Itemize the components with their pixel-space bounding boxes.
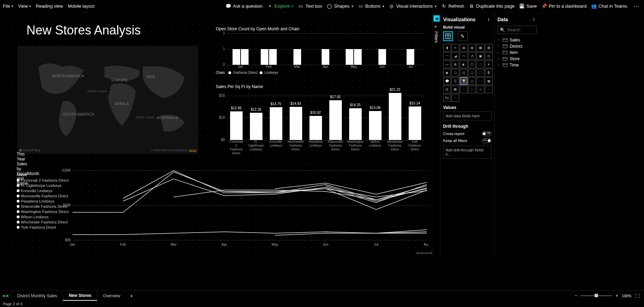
bar[interactable] [322, 49, 329, 65]
open-store-count-chart[interactable]: Open Store Count by Open Month and Chain… [216, 26, 425, 74]
legend-item[interactable]: Ft. Oglethorpe Lindseys [17, 183, 69, 188]
viz-type-button[interactable]: ▦ [477, 44, 484, 52]
bar[interactable] [250, 113, 262, 140]
data-table-node[interactable]: 〉District [497, 43, 537, 49]
page-tab-district[interactable]: District Monthly Sales [11, 291, 63, 301]
bar[interactable] [354, 49, 362, 65]
bar[interactable] [349, 108, 362, 140]
search-input[interactable] [507, 27, 535, 32]
mobile-layout-button[interactable]: Mobile layout [68, 3, 95, 9]
viz-type-button[interactable]: Py [443, 94, 451, 102]
viz-type-button[interactable]: ◉ [443, 69, 451, 77]
viz-type-button[interactable]: ⬚ [468, 86, 476, 93]
collapse-data-pane-button[interactable]: 〉 [533, 17, 537, 22]
shapes-menu[interactable]: ◯Shapes▾ [327, 3, 353, 9]
bar[interactable] [270, 107, 282, 140]
bar[interactable] [269, 49, 277, 65]
duplicate-page-button[interactable]: ⧉Duplicate this page [469, 3, 515, 9]
zoom-out-button[interactable]: − [575, 293, 578, 298]
legend-item[interactable]: Lindseys [265, 71, 278, 74]
bar[interactable] [409, 107, 421, 140]
text-box-button[interactable]: ▭Text box [298, 3, 322, 9]
legend-item[interactable]: York Fashions Direct [17, 225, 69, 229]
buttons-menu[interactable]: ▭Buttons▾ [358, 3, 384, 9]
expand-filters-button[interactable]: ◀ [433, 15, 440, 22]
zoom-in-button[interactable]: + [615, 293, 618, 298]
bar[interactable] [309, 116, 322, 140]
bar[interactable] [346, 49, 353, 65]
bar[interactable] [261, 49, 268, 65]
data-table-node[interactable]: 〉Item [497, 49, 537, 56]
viz-type-button[interactable]: 💬 [443, 77, 451, 85]
bar[interactable] [241, 49, 249, 65]
bar[interactable] [293, 49, 301, 65]
build-visual-tab[interactable] [443, 31, 453, 41]
filters-label[interactable]: Filters [434, 31, 439, 43]
terms-link[interactable]: Terms [189, 149, 196, 152]
viz-type-button[interactable]: 〜 [460, 52, 468, 60]
legend-item[interactable]: Sharonville Fashions Direct [17, 204, 69, 208]
explore-menu[interactable]: ✦Explore▾ [267, 3, 293, 9]
fit-to-page-button[interactable] [635, 294, 640, 298]
format-visual-tab[interactable]: ✎ [458, 31, 468, 41]
more-options-button[interactable]: ⋯ [632, 3, 641, 9]
next-page-button[interactable]: ▶ [6, 293, 9, 298]
viz-type-button[interactable]: ▮ [443, 44, 451, 52]
line-series[interactable] [72, 172, 427, 212]
viz-type-button[interactable]: ⬡ [451, 69, 459, 77]
viz-type-button[interactable]: ≣ [485, 69, 493, 77]
line-series[interactable] [224, 189, 427, 210]
viz-type-button[interactable]: ◯ [468, 61, 476, 68]
collapse-viz-pane-button[interactable]: 〉 [488, 17, 492, 22]
line-series[interactable] [72, 232, 427, 235]
legend-item[interactable]: Monroeville Fashions Direct [17, 194, 69, 198]
page-tab-overview[interactable]: Overview [97, 291, 126, 301]
legend-item[interactable]: Fashions Direct [233, 71, 257, 74]
cross-report-toggle[interactable]: Off [482, 131, 492, 136]
viz-type-button[interactable]: ⬚ [477, 69, 484, 77]
viz-type-button[interactable]: ◷ [485, 52, 493, 60]
viz-type-button[interactable]: ◩ [451, 86, 459, 93]
zoom-slider[interactable] [581, 295, 612, 296]
legend-item[interactable]: Winchester Fashions Direct [17, 220, 69, 224]
viz-type-button[interactable]: 🏆 [460, 77, 468, 85]
viz-type-button[interactable]: ⋀ [468, 52, 476, 60]
refresh-button[interactable]: ↻Refresh [441, 3, 464, 9]
prev-page-button[interactable]: ◀ [2, 293, 5, 298]
report-canvas[interactable]: New Stores Analysis NORTH AMERICA EUROPE… [0, 13, 439, 256]
page-tab-new-stores[interactable]: New Stores [63, 291, 97, 301]
visual-interactions-menu[interactable]: ◎Visual interactions▾ [389, 3, 437, 9]
data-table-node[interactable]: 〉Store [497, 56, 537, 62]
viz-type-button[interactable]: ◌ [477, 61, 484, 68]
data-table-node[interactable]: 〉Time [497, 62, 537, 68]
viz-type-button[interactable]: ⋮ [460, 86, 468, 93]
viz-type-button[interactable]: ◫ [460, 69, 468, 77]
viz-type-button[interactable]: ⊞ [451, 61, 459, 68]
legend-item[interactable]: Cincinnati 2 Fashions Direct [17, 178, 69, 182]
this-year-sales-line-chart[interactable]: $0K$50K$100KJanFebMarAprMayJunJulAug [62, 167, 428, 247]
add-page-button[interactable]: + [126, 293, 137, 299]
save-button[interactable]: 💾Save [519, 3, 537, 9]
line-series[interactable] [325, 186, 427, 201]
bar[interactable] [233, 49, 240, 65]
keep-filters-toggle[interactable]: On [482, 138, 492, 143]
viz-type-button[interactable]: ▦ [485, 77, 493, 85]
viz-type-button[interactable]: ⋯ [477, 77, 484, 85]
legend-item[interactable]: Pasadena Lindseys [17, 199, 69, 203]
legend-item[interactable]: Knoxville Lindseys [17, 189, 69, 193]
bar[interactable] [290, 107, 302, 140]
legend-item[interactable]: Washington Fashions Direct [17, 210, 69, 214]
ask-question-button[interactable]: 💬Ask a question [226, 3, 262, 9]
file-menu[interactable]: File▾ [3, 3, 13, 9]
search-field[interactable]: 🔍 [497, 26, 537, 34]
values-field-well[interactable]: Add data fields here [443, 111, 492, 120]
viz-type-button[interactable]: 〰 [443, 52, 451, 60]
bar[interactable] [389, 93, 401, 140]
view-menu[interactable]: View▾ [18, 3, 31, 9]
viz-type-button[interactable]: ✦ [485, 61, 493, 68]
bar[interactable] [230, 111, 243, 140]
pin-dashboard-button[interactable]: 📌Pin to a dashboard [542, 3, 587, 9]
viz-type-button[interactable]: ☰ [451, 77, 459, 85]
bar[interactable] [329, 100, 342, 140]
bar[interactable] [378, 49, 386, 65]
